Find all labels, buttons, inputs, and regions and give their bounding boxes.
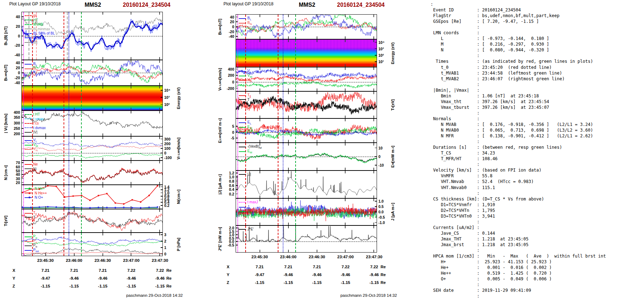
position-value: -9.46 [303,273,331,277]
y-tick-mark [161,139,162,139]
time-tick-mark [373,119,374,121]
time-tick-mark [317,119,317,121]
legend-label: EM [247,149,252,154]
time-tick-mark [260,116,260,118]
time-tick-mark [74,60,75,63]
y-tick-mark [375,165,377,166]
legend-line-sample [25,15,32,16]
legend-line-sample [25,237,32,237]
time-tick-mark [159,57,160,60]
time-tick-mark [373,88,374,91]
time-tick-mark [288,195,289,198]
legend-label: Ne [33,162,38,166]
time-tick-mark [317,195,317,198]
time-tick-mark [45,253,46,256]
time-axis-label: 23:45:30 [31,258,60,263]
y-tick-mark [22,45,24,46]
zero-line [22,153,162,153]
event-line [23,161,24,184]
event-line [69,86,69,110]
event-line [23,111,24,136]
legend-line-sample [25,145,32,146]
axis-label-n-density: N [cm-3] [3,161,8,184]
y-tick-mark [236,231,238,232]
time-tick-mark [288,88,289,91]
position-value: -9.46 [117,276,146,280]
event-line [64,12,64,60]
event-line [278,199,278,225]
info-line: L : [ -0.973, -0.144, 0.180 ] [431,36,643,41]
event-id-title: 20160124_234504 [337,2,384,8]
y-tick-mark [236,189,238,190]
panel-b-lmn: 40200-20-40BLMN [nT]BLBN [21,60,163,86]
time-tick-mark [45,161,46,163]
y-tick-mark [375,49,377,49]
legend-line-sample [239,80,246,81]
y-tick-mark [161,193,162,193]
time-tick-mark [45,158,46,160]
time-tick-mark [131,133,131,136]
time-tick-mark [45,137,46,139]
time-tick-mark [317,15,317,17]
time-tick-mark [345,88,346,91]
time-tick-mark [317,88,317,91]
event-line [295,143,296,170]
info-line: Durations [s] : (between red, resp green… [431,144,643,150]
time-tick-mark [317,64,317,67]
y-tick-mark [22,77,24,78]
time-tick-mark [159,209,160,212]
legend-line-sample [239,151,246,152]
legend-line-sample [25,114,32,115]
legend-label: t vmax [33,117,44,121]
y-tick-mark [22,182,24,183]
panel-ve-lmn: 4002000-200Ve LMN [km/s]VLVMVN [236,67,377,91]
zero-line [236,82,377,82]
y-tick-mark [22,162,24,163]
legend-label: BN [247,21,252,26]
y-tick-mark [236,82,238,82]
event-line [295,199,296,225]
time-tick-mark [260,15,260,17]
y-tick-mark [22,62,24,63]
legend-bl-b: BL brst [25,36,44,40]
legend-j-lmn: t maxJ [239,200,258,204]
spectrogram-speckle [236,40,377,51]
time-tick-mark [373,140,374,142]
legend-label: t HT [33,112,40,116]
time-tick-mark [45,12,46,15]
event-line [283,199,283,225]
y-tick-mark [161,254,162,254]
y-tick-mark [22,112,24,113]
y-tick-mark [236,126,238,127]
time-axis-label: 23:47:00 [331,255,360,259]
legend-line-sample [25,118,32,119]
time-tick-mark [260,64,260,67]
time-tick-mark [131,86,131,88]
panel-em: 100-10EM [mW m-2]-(VexB)MEM [236,143,377,171]
info-line: : [431,248,643,253]
y-tick-mark [375,222,377,223]
y-tick-mark [375,201,377,202]
y-tick-mark [161,90,162,91]
y-tick-mark [236,31,238,32]
time-tick-mark [74,206,75,209]
y-tick-label: 200 [164,142,171,146]
legend-line-sample [25,140,32,141]
time-tick-mark [131,182,131,184]
legend-line-sample [25,168,32,169]
y-tick-label: 10⁴ [378,40,384,45]
time-tick-mark [45,209,46,212]
time-tick-mark [131,161,131,163]
position-value: -1.15 [245,280,274,285]
time-tick-mark [373,67,374,70]
position-value: -1.15 [117,284,146,288]
axis-label-ni-minor: Ni [cm-3] [176,185,181,209]
y-tick-label: 10⁴ [164,88,170,92]
panel-b-lmn-m: 40200-20-40BLMN [nT]BLBN [236,14,377,39]
info-panel: : Event ID : 20160124_234504 FlagStr : b… [431,1,643,299]
time-tick-mark [131,233,131,235]
y-tick-mark [375,55,377,56]
info-line: D1=TCS*Vnmfr : 1,910 [431,202,643,208]
legend-line-sample [239,174,246,175]
time-tick-mark [288,140,289,142]
